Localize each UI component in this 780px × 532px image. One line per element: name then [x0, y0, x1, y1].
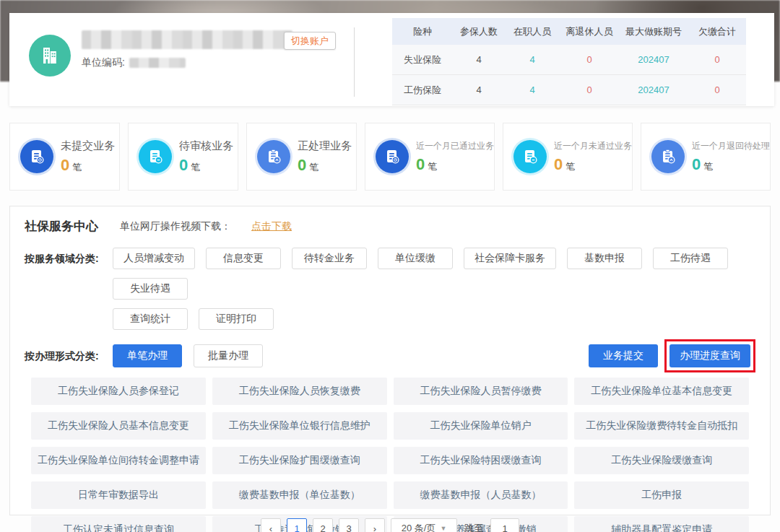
video-download-label: 单位网厅操作视频下载：: [120, 220, 231, 233]
insurance-header-cell: 在职人员: [505, 25, 560, 38]
field-category-button[interactable]: 查询统计: [113, 308, 188, 330]
business-button[interactable]: 工伤失业保险扩围缓缴查询: [212, 447, 387, 474]
insurance-header-cell: 欠缴合计: [688, 25, 746, 38]
field-category-button[interactable]: 基数申报: [567, 248, 642, 269]
insurance-cell-retired: 0: [560, 54, 619, 65]
stat-value: 0笔: [298, 156, 352, 175]
stat-card[interactable]: 近一个月未通过业务0笔: [503, 123, 633, 191]
stat-value: 0笔: [692, 155, 770, 174]
progress-query-button[interactable]: 办理进度查询: [670, 344, 750, 367]
page-button[interactable]: 1: [287, 518, 307, 532]
company-name-redacted: [82, 30, 292, 49]
insurance-table-row: 工伤保险4402024070: [392, 75, 746, 105]
business-button[interactable]: 缴费基数申报（人员基数）: [394, 481, 568, 509]
insurance-cell-active: 4: [505, 84, 560, 95]
business-button[interactable]: 日常年审数据导出: [31, 481, 206, 509]
form-type-button[interactable]: 批量办理: [194, 344, 263, 367]
divider: [354, 27, 355, 97]
stat-label: 未提交业务: [61, 139, 115, 153]
doc-minus-icon: [139, 140, 172, 173]
insurance-cell-arrears: 0: [688, 84, 746, 95]
business-button[interactable]: 工伤申报: [574, 481, 749, 509]
stat-card[interactable]: 待审核业务0笔: [128, 123, 238, 191]
switch-account-button[interactable]: 切换账户: [284, 32, 336, 50]
business-button[interactable]: 工伤失业保险单位基本信息变更: [574, 378, 749, 405]
field-category-button[interactable]: 信息变更: [206, 248, 281, 269]
insurance-table-row: 失业保险4402024070: [392, 45, 746, 75]
stat-label: 待审核业务: [179, 139, 233, 153]
field-category-button[interactable]: 工伤待遇: [653, 248, 728, 269]
stat-unit: 笔: [428, 161, 437, 172]
insurance-table-header: 险种参保人数在职人员离退休人员最大做账期号欠缴合计: [392, 18, 746, 45]
business-button[interactable]: 辅助器具配置鉴定申请: [574, 516, 749, 532]
insurance-summary-table: 险种参保人数在职人员离退休人员最大做账期号欠缴合计 失业保险4402024070…: [392, 18, 746, 105]
business-button[interactable]: 工伤失业保险单位银行信息维护: [212, 412, 387, 440]
stat-unit: 笔: [72, 162, 82, 173]
business-button[interactable]: 工伤失业保险缴费待转金自动抵扣: [574, 412, 749, 440]
business-button[interactable]: 工伤失业保险缓缴查询: [574, 447, 749, 474]
jump-input[interactable]: 1: [490, 518, 519, 532]
field-category-button[interactable]: 待转金业务: [292, 248, 367, 269]
stat-unit: 笔: [191, 162, 200, 173]
insurance-cell-arrears: 0: [688, 54, 746, 65]
stat-unit: 笔: [566, 161, 575, 172]
stat-label: 近一个月已通过业务: [416, 140, 494, 152]
insurance-cell-insured: 4: [453, 84, 505, 95]
stat-value: 0笔: [554, 155, 632, 174]
stat-cards-row: 未提交业务0笔 待审核业务0笔 正处理业务0笔 近一个月已通过业务0笔 近一个月…: [9, 123, 771, 191]
business-button[interactable]: 工伤失业保险人员暂停缴费: [394, 378, 568, 405]
business-button[interactable]: 缴费基数申报（单位基数）: [212, 481, 387, 509]
business-buttons-grid: 工伤失业保险人员参保登记工伤失业保险人员恢复缴费工伤失业保险人员暂停缴费工伤失业…: [25, 378, 755, 532]
doc-clock-icon: [20, 140, 53, 173]
stat-label: 近一个月未通过业务: [554, 140, 632, 152]
insurance-cell-type: 失业保险: [392, 53, 453, 66]
stat-card[interactable]: 近一个月退回待处理0笔: [641, 123, 771, 191]
stat-label: 近一个月退回待处理: [692, 140, 770, 152]
highlight-annotation-box: 办理进度查询: [664, 339, 755, 372]
business-button[interactable]: 工伤失业保险单位间待转金调整申请: [31, 447, 206, 474]
clipboard-arrow-icon: [651, 140, 685, 173]
clipboard-arrow-icon: [257, 140, 290, 173]
stat-card[interactable]: 未提交业务0笔: [9, 123, 120, 191]
field-category-button[interactable]: 失业待遇: [113, 278, 188, 300]
insurance-cell-type: 工伤保险: [392, 84, 453, 97]
action-buttons-zone: 业务提交办理进度查询: [577, 344, 755, 367]
field-category-button[interactable]: 证明打印: [199, 308, 274, 330]
prev-page-button[interactable]: ‹: [261, 518, 281, 532]
download-link[interactable]: 点击下载: [251, 220, 292, 233]
chevron-down-icon: ▼: [440, 525, 446, 532]
field-buttons-row1: 人员增减变动信息变更待转金业务单位缓缴社会保障卡服务基数申报工伤待遇失业待遇: [113, 248, 755, 308]
page-button[interactable]: 2: [313, 518, 333, 532]
field-category-button[interactable]: 社会保障卡服务: [464, 248, 556, 269]
stat-unit: 笔: [309, 162, 318, 173]
business-button[interactable]: 工伤失业保险人员参保登记: [31, 378, 206, 405]
unit-code-label: 单位编码:: [82, 56, 125, 69]
business-button[interactable]: 工伤失业保险特困缓缴查询: [394, 447, 568, 474]
unit-code-value-redacted: [129, 58, 186, 68]
stat-card[interactable]: 近一个月已通过业务0笔: [365, 123, 495, 191]
page-button[interactable]: 3: [339, 518, 359, 532]
pagination: ‹123›20 条/页▼跳至1: [261, 518, 519, 532]
field-category-button[interactable]: 单位缓缴: [378, 248, 453, 269]
account-card: 切换账户 单位编码: 险种参保人数在职人员离退休人员最大做账期号欠缴合计 失业保…: [9, 13, 774, 106]
page-size-select[interactable]: 20 条/页▼: [391, 518, 457, 532]
stat-value: 0笔: [179, 156, 233, 175]
company-building-icon: [29, 35, 71, 77]
insurance-header-cell: 参保人数: [453, 25, 505, 38]
stat-value: 0笔: [61, 156, 115, 175]
form-type-label: 按办理形式分类:: [25, 344, 113, 367]
submit-business-button[interactable]: 业务提交: [589, 344, 658, 367]
field-category-button[interactable]: 人员增减变动: [113, 248, 195, 269]
business-button[interactable]: 工伤失业保险单位销户: [394, 412, 568, 440]
field-buttons-row2: 查询统计证明打印: [113, 308, 285, 339]
business-button[interactable]: 工伤失业保险人员基本信息变更: [31, 412, 206, 440]
service-center-panel: 社保服务中心 单位网厅操作视频下载： 点击下载 按服务领域分类: 人员增减变动信…: [9, 206, 771, 515]
stat-value: 0笔: [416, 155, 494, 174]
insurance-cell-insured: 4: [453, 54, 505, 65]
form-type-button[interactable]: 单笔办理: [113, 344, 182, 367]
business-button[interactable]: 工伤认定未通过信息查询: [31, 516, 206, 532]
business-button[interactable]: 工伤失业保险人员恢复缴费: [212, 378, 387, 405]
next-page-button[interactable]: ›: [365, 518, 385, 532]
jump-label: 跳至: [464, 522, 483, 532]
stat-card[interactable]: 正处理业务0笔: [246, 123, 357, 191]
